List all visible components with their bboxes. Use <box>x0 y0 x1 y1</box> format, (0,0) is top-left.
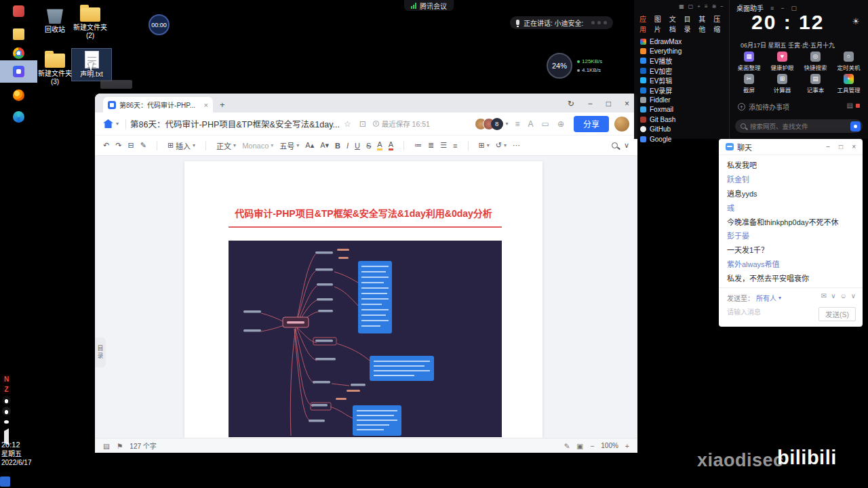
more-tools-icon[interactable]: ⋯ <box>513 141 520 150</box>
app-list-item[interactable]: Google <box>634 134 729 144</box>
tab-dirs[interactable]: 目录 <box>684 14 694 34</box>
format-painter-icon[interactable]: ✎ <box>140 141 146 150</box>
page-icon[interactable]: ▤ <box>103 442 110 450</box>
decrease-font-icon[interactable]: A▾ <box>320 141 329 150</box>
app-list-item[interactable]: EV剪辑 <box>634 76 729 85</box>
chat-maximize-icon[interactable]: □ <box>839 143 843 150</box>
qq-icon[interactable] <box>2 396 11 405</box>
chat-minimize-icon[interactable]: − <box>826 143 830 150</box>
collaborator-avatars[interactable]: 8 <box>475 118 503 130</box>
wrap-dropdown[interactable]: ↺▾ <box>496 141 507 150</box>
list-icon[interactable]: ≡ <box>705 3 708 9</box>
app-list-item[interactable]: Foxmail <box>634 105 729 115</box>
app-list-item[interactable]: GitHub <box>634 125 729 134</box>
recipient-caret-icon[interactable]: ∨ <box>851 292 856 300</box>
assistant-search-bar[interactable]: 搜索网页、查找文件 <box>735 119 863 133</box>
zoom-in-icon[interactable]: + <box>625 442 629 450</box>
tool-manager[interactable]: +工具管理 <box>832 74 865 94</box>
chat-close-icon[interactable]: × <box>852 143 856 150</box>
add-collaborator-icon[interactable]: ⊕ <box>557 119 564 129</box>
tool-notepad[interactable]: ▤记事本 <box>799 74 832 94</box>
present-icon[interactable]: ▭ <box>542 119 549 129</box>
document-tab[interactable]: 第86天：代码审计-PHP... × <box>103 97 213 113</box>
font-name-dropdown[interactable]: Monaco▾ <box>242 142 273 150</box>
user-avatar[interactable] <box>614 117 629 131</box>
tool-eye-care[interactable]: ♥健康护眼 <box>766 52 799 71</box>
desktop-icon-recycle-bin[interactable]: 回收站 <box>35 4 75 36</box>
new-tab-button[interactable]: + <box>220 100 225 110</box>
pen-mode-icon[interactable]: ✎ <box>564 442 570 450</box>
weather-settings-icon[interactable]: ☀ <box>852 16 860 26</box>
firefox-icon[interactable] <box>13 89 24 101</box>
app-list-item[interactable]: EV播放 <box>634 56 729 66</box>
tab-other[interactable]: 其他 <box>698 14 709 34</box>
home-caret-icon[interactable]: ▾ <box>116 121 119 127</box>
document-page[interactable]: 代码审计-PHP项目&TP框架&安全写法&1day利用&0day分析 <box>184 161 542 438</box>
bullet-list-icon[interactable]: ≔ <box>414 141 422 150</box>
taskbar-folder-icon[interactable] <box>13 28 24 40</box>
todo-add-row[interactable]: + 添加待办事项 <box>738 102 789 112</box>
app-list-item[interactable]: Everything <box>634 46 729 56</box>
tool-screenshot[interactable]: ✂截屏 <box>732 74 766 94</box>
undo-icon[interactable]: ↶ <box>103 141 109 150</box>
highlight-icon[interactable]: A <box>377 141 382 150</box>
tab-zip[interactable]: 压缩 <box>713 14 724 34</box>
app-list-item[interactable]: EV加密 <box>634 66 729 75</box>
star-icon[interactable]: ☆ <box>344 119 351 129</box>
font-size-dropdown[interactable]: 五号▾ <box>279 140 299 151</box>
edge-icon[interactable] <box>13 111 24 123</box>
message-mode-icon[interactable]: ✉ <box>821 292 827 300</box>
tab-docs[interactable]: 文档 <box>669 14 679 34</box>
minimize-icon[interactable]: − <box>588 99 593 108</box>
close-icon[interactable]: × <box>625 99 629 108</box>
tab-images[interactable]: 图片 <box>654 14 665 34</box>
bookmark-icon[interactable]: ⚑ <box>117 442 123 450</box>
app-list-item[interactable]: EV录屏 <box>634 85 729 95</box>
paragraph-style-dropdown[interactable]: 正文▾ <box>216 140 236 151</box>
meeting-top-bar[interactable]: 腾讯会议 <box>404 0 454 11</box>
fit-width-icon[interactable]: ▣ <box>576 442 583 450</box>
send-button[interactable]: 发送(S) <box>818 307 856 321</box>
taskbar-app-icon-1[interactable] <box>13 5 24 17</box>
tool-shutdown-timer[interactable]: ○定时关机 <box>832 52 865 71</box>
tool-desktop-organize[interactable]: ▦桌面整理 <box>732 52 766 71</box>
tab-apps[interactable]: 应用 <box>639 14 650 34</box>
zoom-out-icon[interactable]: − <box>590 442 594 450</box>
network-monitor[interactable]: 24% 125KB/s 4.1KB/s <box>547 53 602 79</box>
table-dropdown[interactable]: ⊞▾ <box>479 141 490 150</box>
app-list-item[interactable]: EdrawMax <box>634 37 729 46</box>
line-spacing-icon[interactable]: ≡ <box>453 142 457 150</box>
window-icon[interactable]: ▢ <box>688 3 694 9</box>
align-icon[interactable]: ☰ <box>440 141 447 150</box>
stock-app-icon-1[interactable]: N <box>2 375 11 384</box>
font-color-icon[interactable]: A <box>389 141 393 150</box>
chrome-icon[interactable] <box>13 47 24 59</box>
mindmap-image[interactable] <box>229 241 502 437</box>
document-canvas[interactable]: 目录 代码审计-PHP项目&TP框架&安全写法&1day利用&0day分析 <box>95 156 637 438</box>
recipient-icon[interactable]: ☺ <box>840 292 846 300</box>
qq-icon-2[interactable] <box>2 407 11 415</box>
chat-input[interactable]: 请输入消息 <box>727 306 761 317</box>
search-icon[interactable] <box>612 142 618 148</box>
home-icon[interactable] <box>103 119 113 128</box>
panel-menu-icon[interactable]: ≡ <box>770 5 774 12</box>
panel-expand-icon[interactable]: ▢ <box>791 5 797 12</box>
add-icon[interactable]: + <box>697 3 701 9</box>
stock-app-icon-2[interactable]: Z <box>2 385 11 394</box>
collaborators-caret-icon[interactable]: ▾ <box>506 121 509 127</box>
panel-minimize-icon[interactable]: − <box>781 5 784 12</box>
tab-close-icon[interactable]: × <box>204 101 208 109</box>
desktop-icon-folder-2[interactable]: 新建文件夹(2) <box>71 3 110 42</box>
italic-icon[interactable]: I <box>347 142 349 150</box>
taskbar-active-app[interactable] <box>0 60 37 83</box>
quick-access-icon[interactable]: ⊡ <box>359 119 366 129</box>
todo-side-icons[interactable]: ▤ <box>847 102 860 109</box>
tool-calculator[interactable]: ⊞计算器 <box>766 74 799 94</box>
collapse-toolbar-icon[interactable]: ∨ <box>624 141 629 150</box>
menu-icon[interactable]: ≡ <box>515 119 520 129</box>
share-button[interactable]: 分享 <box>574 116 609 132</box>
speaking-indicator[interactable]: 正在讲话: 小迪安全: <box>510 16 613 29</box>
text-settings-icon[interactable]: A <box>528 119 534 129</box>
increase-font-icon[interactable]: A▴ <box>305 141 314 150</box>
maximize-icon[interactable]: □ <box>606 99 611 108</box>
